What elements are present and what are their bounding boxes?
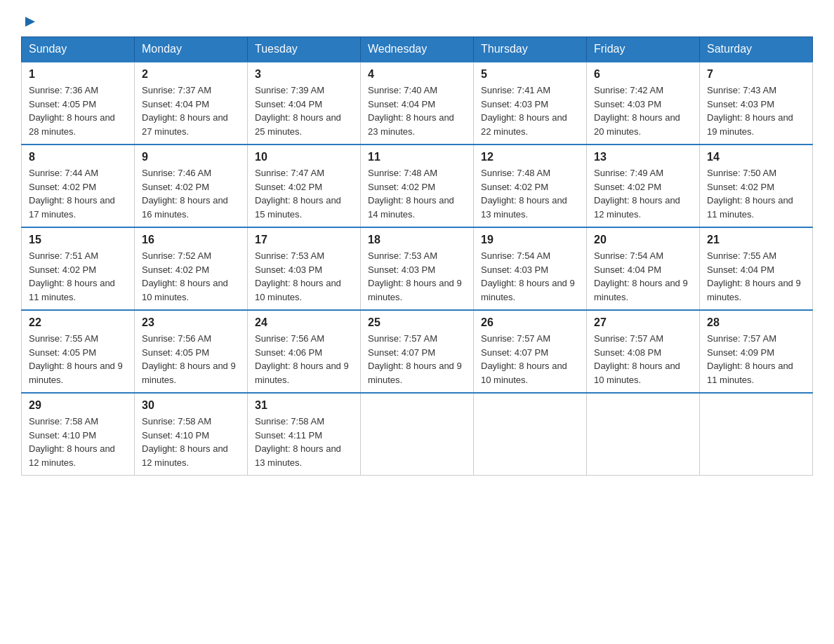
day-info: Sunrise: 7:54 AMSunset: 4:04 PMDaylight:… [594, 249, 692, 304]
day-info: Sunrise: 7:40 AMSunset: 4:04 PMDaylight:… [368, 83, 466, 138]
calendar-cell [700, 393, 813, 476]
day-number: 24 [255, 316, 353, 329]
day-number: 19 [481, 234, 579, 246]
calendar-week-row: 8Sunrise: 7:44 AMSunset: 4:02 PMDaylight… [22, 145, 813, 227]
day-number: 23 [142, 316, 240, 329]
day-number: 18 [368, 234, 466, 246]
day-info: Sunrise: 7:39 AMSunset: 4:04 PMDaylight:… [255, 83, 353, 138]
day-info: Sunrise: 7:57 AMSunset: 4:07 PMDaylight:… [481, 332, 579, 387]
day-info: Sunrise: 7:54 AMSunset: 4:03 PMDaylight:… [481, 249, 579, 304]
calendar-cell: 19Sunrise: 7:54 AMSunset: 4:03 PMDayligh… [474, 227, 587, 310]
calendar-cell: 15Sunrise: 7:51 AMSunset: 4:02 PMDayligh… [22, 227, 135, 310]
calendar-cell: 18Sunrise: 7:53 AMSunset: 4:03 PMDayligh… [361, 227, 474, 310]
day-number: 7 [707, 68, 805, 81]
calendar-cell [474, 393, 587, 476]
day-info: Sunrise: 7:44 AMSunset: 4:02 PMDaylight:… [29, 166, 127, 221]
day-info: Sunrise: 7:53 AMSunset: 4:03 PMDaylight:… [368, 249, 466, 304]
svg-marker-0 [25, 17, 35, 27]
weekday-header-wednesday: Wednesday [361, 37, 474, 62]
calendar-week-row: 29Sunrise: 7:58 AMSunset: 4:10 PMDayligh… [22, 393, 813, 476]
day-number: 6 [594, 68, 692, 81]
day-number: 5 [481, 68, 579, 81]
calendar-cell: 25Sunrise: 7:57 AMSunset: 4:07 PMDayligh… [361, 310, 474, 393]
calendar-cell: 11Sunrise: 7:48 AMSunset: 4:02 PMDayligh… [361, 145, 474, 227]
weekday-header-saturday: Saturday [700, 37, 813, 62]
logo-arrow-icon [22, 14, 38, 29]
calendar-cell: 2Sunrise: 7:37 AMSunset: 4:04 PMDaylight… [135, 62, 248, 145]
day-number: 13 [594, 151, 692, 163]
day-number: 2 [142, 68, 240, 81]
day-number: 11 [368, 151, 466, 163]
calendar-cell [361, 393, 474, 476]
calendar-cell: 8Sunrise: 7:44 AMSunset: 4:02 PMDaylight… [22, 145, 135, 227]
calendar-cell: 4Sunrise: 7:40 AMSunset: 4:04 PMDaylight… [361, 62, 474, 145]
day-number: 1 [29, 68, 127, 81]
calendar-cell: 14Sunrise: 7:50 AMSunset: 4:02 PMDayligh… [700, 145, 813, 227]
day-number: 27 [594, 316, 692, 329]
day-number: 31 [255, 399, 353, 412]
calendar-cell: 21Sunrise: 7:55 AMSunset: 4:04 PMDayligh… [700, 227, 813, 310]
day-info: Sunrise: 7:47 AMSunset: 4:02 PMDaylight:… [255, 166, 353, 221]
weekday-header-thursday: Thursday [474, 37, 587, 62]
day-info: Sunrise: 7:58 AMSunset: 4:10 PMDaylight:… [142, 415, 240, 469]
day-number: 15 [29, 234, 127, 246]
calendar-table: SundayMondayTuesdayWednesdayThursdayFrid… [21, 36, 813, 476]
day-number: 3 [255, 68, 353, 81]
calendar-cell [587, 393, 700, 476]
day-number: 8 [29, 151, 127, 163]
day-number: 29 [29, 399, 127, 412]
day-info: Sunrise: 7:42 AMSunset: 4:03 PMDaylight:… [594, 83, 692, 138]
day-info: Sunrise: 7:36 AMSunset: 4:05 PMDaylight:… [29, 83, 127, 138]
calendar-cell: 16Sunrise: 7:52 AMSunset: 4:02 PMDayligh… [135, 227, 248, 310]
calendar-cell: 28Sunrise: 7:57 AMSunset: 4:09 PMDayligh… [700, 310, 813, 393]
day-info: Sunrise: 7:57 AMSunset: 4:08 PMDaylight:… [594, 332, 692, 387]
day-number: 10 [255, 151, 353, 163]
day-info: Sunrise: 7:58 AMSunset: 4:11 PMDaylight:… [255, 415, 353, 469]
calendar-cell: 27Sunrise: 7:57 AMSunset: 4:08 PMDayligh… [587, 310, 700, 393]
day-number: 25 [368, 316, 466, 329]
weekday-header-tuesday: Tuesday [248, 37, 361, 62]
calendar-week-row: 22Sunrise: 7:55 AMSunset: 4:05 PMDayligh… [22, 310, 813, 393]
calendar-cell: 20Sunrise: 7:54 AMSunset: 4:04 PMDayligh… [587, 227, 700, 310]
calendar-cell: 17Sunrise: 7:53 AMSunset: 4:03 PMDayligh… [248, 227, 361, 310]
calendar-cell: 5Sunrise: 7:41 AMSunset: 4:03 PMDaylight… [474, 62, 587, 145]
day-info: Sunrise: 7:55 AMSunset: 4:05 PMDaylight:… [29, 332, 127, 387]
day-number: 21 [707, 234, 805, 246]
calendar-cell: 30Sunrise: 7:58 AMSunset: 4:10 PMDayligh… [135, 393, 248, 476]
weekday-header-monday: Monday [135, 37, 248, 62]
day-info: Sunrise: 7:46 AMSunset: 4:02 PMDaylight:… [142, 166, 240, 221]
calendar-cell: 9Sunrise: 7:46 AMSunset: 4:02 PMDaylight… [135, 145, 248, 227]
day-number: 16 [142, 234, 240, 246]
logo [21, 14, 38, 29]
weekday-header-sunday: Sunday [22, 37, 135, 62]
calendar-cell: 1Sunrise: 7:36 AMSunset: 4:05 PMDaylight… [22, 62, 135, 145]
day-number: 9 [142, 151, 240, 163]
day-info: Sunrise: 7:58 AMSunset: 4:10 PMDaylight:… [29, 415, 127, 469]
day-info: Sunrise: 7:53 AMSunset: 4:03 PMDaylight:… [255, 249, 353, 304]
day-info: Sunrise: 7:51 AMSunset: 4:02 PMDaylight:… [29, 249, 127, 304]
day-number: 28 [707, 316, 805, 329]
day-number: 12 [481, 151, 579, 163]
day-number: 14 [707, 151, 805, 163]
weekday-header-friday: Friday [587, 37, 700, 62]
calendar-cell: 6Sunrise: 7:42 AMSunset: 4:03 PMDaylight… [587, 62, 700, 145]
calendar-cell: 10Sunrise: 7:47 AMSunset: 4:02 PMDayligh… [248, 145, 361, 227]
day-info: Sunrise: 7:56 AMSunset: 4:05 PMDaylight:… [142, 332, 240, 387]
calendar-cell: 13Sunrise: 7:49 AMSunset: 4:02 PMDayligh… [587, 145, 700, 227]
day-info: Sunrise: 7:41 AMSunset: 4:03 PMDaylight:… [481, 83, 579, 138]
day-info: Sunrise: 7:48 AMSunset: 4:02 PMDaylight:… [481, 166, 579, 221]
day-info: Sunrise: 7:57 AMSunset: 4:09 PMDaylight:… [707, 332, 805, 387]
calendar-cell: 26Sunrise: 7:57 AMSunset: 4:07 PMDayligh… [474, 310, 587, 393]
day-number: 20 [594, 234, 692, 246]
day-number: 30 [142, 399, 240, 412]
day-number: 22 [29, 316, 127, 329]
calendar-cell: 31Sunrise: 7:58 AMSunset: 4:11 PMDayligh… [248, 393, 361, 476]
calendar-header-row: SundayMondayTuesdayWednesdayThursdayFrid… [22, 37, 813, 62]
day-info: Sunrise: 7:49 AMSunset: 4:02 PMDaylight:… [594, 166, 692, 221]
day-info: Sunrise: 7:57 AMSunset: 4:07 PMDaylight:… [368, 332, 466, 387]
calendar-cell: 3Sunrise: 7:39 AMSunset: 4:04 PMDaylight… [248, 62, 361, 145]
day-info: Sunrise: 7:48 AMSunset: 4:02 PMDaylight:… [368, 166, 466, 221]
calendar-cell: 29Sunrise: 7:58 AMSunset: 4:10 PMDayligh… [22, 393, 135, 476]
day-number: 26 [481, 316, 579, 329]
day-info: Sunrise: 7:55 AMSunset: 4:04 PMDaylight:… [707, 249, 805, 304]
